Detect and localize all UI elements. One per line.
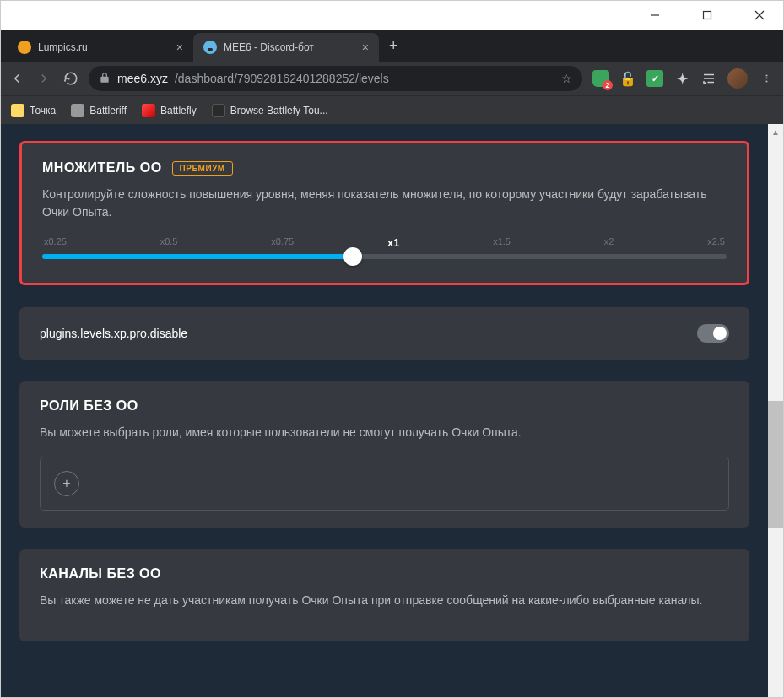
card-description: Контролируйте сложность повышения уровня… (42, 186, 727, 221)
card-title-row: МНОЖИТЕЛЬ ОО ПРЕМИУМ (42, 160, 727, 176)
reload-button[interactable] (63, 71, 78, 86)
browser-window: Lumpics.ru × MEE6 - Discord-бот × + mee6… (1, 1, 783, 697)
bookmark-label: Browse Battlefy Tou... (230, 105, 328, 116)
page-content: МНОЖИТЕЛЬ ОО ПРЕМИУМ Контролируйте сложн… (1, 124, 768, 697)
card-title: МНОЖИТЕЛЬ ОО (42, 160, 162, 176)
card-title: РОЛИ БЕЗ ОО (40, 398, 729, 414)
bookmark-star-icon[interactable]: ☆ (561, 72, 572, 85)
tab-mee6[interactable]: MEE6 - Discord-бот × (193, 33, 379, 62)
close-tab-icon[interactable]: × (362, 41, 369, 54)
tab-bar: Lumpics.ru × MEE6 - Discord-бот × + (1, 30, 783, 62)
tab-title: Lumpics.ru (38, 41, 88, 53)
address-bar: mee6.xyz/dashboard/790928162401288252/le… (1, 62, 783, 95)
add-role-button[interactable]: + (54, 471, 79, 496)
card-title: КАНАЛЫ БЕЗ ОО (40, 566, 729, 582)
card-description: Вы можете выбрать роли, имея которые пол… (40, 424, 729, 441)
bookmark-item[interactable]: Точка (11, 104, 56, 117)
favicon-icon (18, 41, 31, 54)
scroll-up-button[interactable]: ▲ (768, 124, 783, 139)
slider-label-active: x1 (387, 236, 399, 249)
slider-labels: x0.25 x0.5 x0.75 x1 x1.5 x2 x2.5 (42, 236, 727, 249)
adblock-icon[interactable] (592, 70, 609, 87)
new-tab-button[interactable]: + (379, 37, 408, 55)
xp-disable-toggle[interactable] (697, 324, 729, 343)
xp-disable-card: plugins.levels.xp.pro.disable (19, 307, 749, 360)
slider-label: x1.5 (493, 236, 511, 249)
svg-rect-1 (704, 12, 711, 19)
window-titlebar (1, 1, 783, 30)
close-tab-icon[interactable]: × (176, 41, 183, 54)
extension-icons: 🔓 ✓ ✦ ⋮ (592, 68, 775, 89)
lock-icon (99, 72, 111, 86)
vertical-scrollbar[interactable]: ▲ (768, 124, 783, 697)
bookmark-item[interactable]: Battleriff (71, 104, 127, 117)
slider-label: x0.75 (271, 236, 294, 249)
noxp-roles-card: РОЛИ БЕЗ ОО Вы можете выбрать роли, имея… (19, 381, 749, 528)
slider-fill (42, 254, 353, 259)
xp-multiplier-card: МНОЖИТЕЛЬ ОО ПРЕМИУМ Контролируйте сложн… (19, 141, 749, 285)
slider-label: x2.5 (707, 236, 725, 249)
url-path: /dashboard/790928162401288252/levels (175, 72, 389, 85)
tab-lumpics[interactable]: Lumpics.ru × (8, 33, 193, 62)
maximize-button[interactable] (690, 3, 724, 28)
minimize-button[interactable] (638, 3, 672, 28)
bookmark-label: Точка (30, 105, 56, 116)
slider-label: x0.5 (160, 236, 178, 249)
toggle-row: plugins.levels.xp.pro.disable (40, 324, 729, 343)
add-roles-box[interactable]: + (40, 457, 729, 511)
bookmark-icon (11, 104, 24, 117)
browser-menu-button[interactable]: ⋮ (758, 70, 775, 87)
nav-buttons (9, 71, 78, 86)
toggle-label: plugins.levels.xp.pro.disable (40, 327, 187, 340)
bookmark-item[interactable]: Browse Battlefy Tou... (212, 104, 328, 117)
tab-title: MEE6 - Discord-бот (224, 41, 314, 53)
xp-multiplier-slider[interactable] (42, 254, 727, 259)
slider-thumb[interactable] (343, 247, 362, 266)
extensions-button[interactable]: ✦ (673, 70, 690, 87)
card-description: Вы также можете не дать участникам получ… (40, 592, 729, 609)
bookmark-icon (71, 104, 84, 117)
noxp-channels-card: КАНАЛЫ БЕЗ ОО Вы также можете не дать уч… (19, 549, 749, 641)
slider-label: x2 (604, 236, 614, 249)
back-button[interactable] (9, 71, 24, 86)
url-domain: mee6.xyz (117, 72, 168, 85)
extension-check-icon[interactable]: ✓ (646, 70, 663, 87)
close-button[interactable] (743, 3, 776, 28)
extension-icon[interactable]: 🔓 (619, 70, 636, 87)
page-content-wrap: МНОЖИТЕЛЬ ОО ПРЕМИУМ Контролируйте сложн… (1, 124, 783, 697)
bookmarks-bar: Точка Battleriff Battlefly Browse Battle… (1, 95, 783, 124)
forward-button[interactable] (36, 71, 51, 86)
bookmark-label: Battlefly (160, 105, 197, 116)
scroll-thumb[interactable] (768, 401, 783, 528)
bookmark-icon (212, 104, 225, 117)
bookmark-item[interactable]: Battlefly (142, 104, 197, 117)
url-input[interactable]: mee6.xyz/dashboard/790928162401288252/le… (89, 66, 582, 91)
profile-avatar[interactable] (727, 68, 748, 89)
favicon-icon (203, 41, 217, 54)
toggle-knob (713, 327, 727, 340)
slider-label: x0.25 (44, 236, 67, 249)
reading-list-icon[interactable] (700, 70, 717, 87)
bookmark-icon (142, 104, 155, 117)
premium-badge: ПРЕМИУМ (172, 161, 233, 176)
bookmark-label: Battleriff (89, 105, 127, 116)
